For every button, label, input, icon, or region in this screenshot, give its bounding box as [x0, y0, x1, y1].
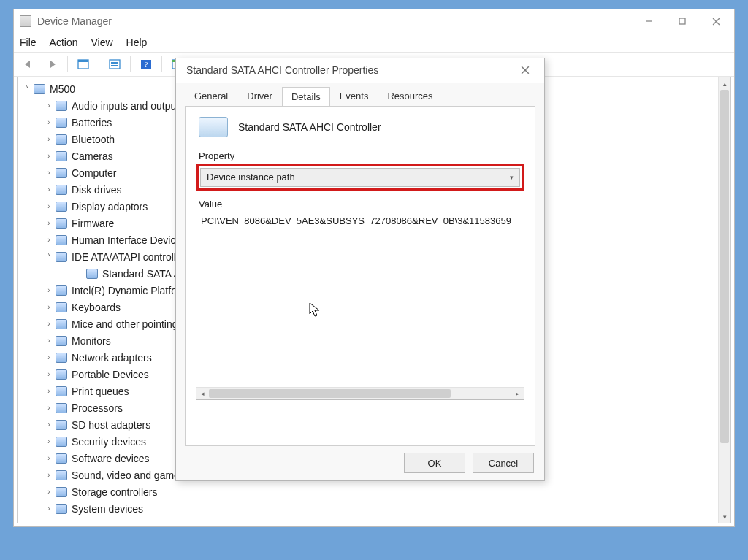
chevron-right-icon[interactable]: ›: [44, 148, 54, 164]
device-icon: [54, 134, 69, 145]
tab-details[interactable]: Details: [282, 87, 330, 107]
tree-item-label: System devices: [72, 501, 143, 517]
chevron-down-icon[interactable]: ˅: [22, 81, 32, 97]
tab-events[interactable]: Events: [330, 86, 378, 106]
nav-back-button[interactable]: [18, 55, 39, 74]
svg-text:?: ?: [145, 60, 148, 69]
close-button[interactable]: [699, 10, 733, 32]
tree-item-label: SD host adapters: [72, 417, 150, 433]
svg-rect-7: [111, 62, 118, 64]
ok-button[interactable]: OK: [404, 453, 465, 473]
device-icon: [54, 486, 69, 498]
dialog-title: Standard SATA AHCI Controller Properties: [186, 64, 511, 76]
chevron-right-icon[interactable]: ›: [44, 131, 54, 147]
chevron-right-icon[interactable]: ›: [44, 182, 54, 198]
menu-file[interactable]: File: [20, 37, 37, 48]
device-icon: [54, 369, 69, 380]
scrollbar-track[interactable]: [719, 90, 730, 510]
dialog-body: General Driver Details Events Resources …: [176, 83, 544, 446]
chevron-down-icon[interactable]: ˅: [44, 249, 54, 265]
chevron-right-icon[interactable]: ›: [44, 283, 54, 299]
tree-item-label: Batteries: [72, 115, 112, 131]
chevron-right-icon[interactable]: ›: [44, 316, 54, 332]
menubar: File Action View Help: [14, 33, 734, 52]
scroll-down-arrow-icon[interactable]: ▾: [719, 510, 730, 523]
tab-driver[interactable]: Driver: [237, 86, 282, 106]
horizontal-scrollbar[interactable]: ◂ ▸: [196, 387, 524, 399]
property-combo-highlight: Device instance path ▾: [196, 164, 524, 191]
tab-resources[interactable]: Resources: [378, 86, 442, 106]
chevron-right-icon[interactable]: ›: [44, 232, 54, 248]
cancel-button[interactable]: Cancel: [473, 453, 534, 473]
tab-general[interactable]: General: [185, 86, 237, 106]
chevron-right-icon[interactable]: ›: [44, 501, 54, 517]
device-icon: [54, 234, 69, 246]
chevron-right-icon[interactable]: ›: [44, 400, 54, 416]
device-icon: [54, 117, 69, 129]
tree-item-label: Bluetooth: [72, 131, 115, 147]
app-icon: [20, 15, 31, 27]
tab-panel-details: Standard SATA AHCI Controller Property D…: [185, 106, 535, 446]
tree-item[interactable]: ›Storage controllers: [19, 483, 717, 500]
chevron-right-icon[interactable]: ›: [44, 450, 54, 467]
chevron-right-icon[interactable]: ›: [44, 383, 54, 399]
scrollbar-thumb[interactable]: [720, 90, 729, 443]
titlebar: Device Manager: [14, 9, 734, 33]
tree-item-label: Monitors: [72, 333, 111, 349]
device-icon: [54, 503, 69, 515]
chevron-right-icon[interactable]: ›: [44, 367, 54, 383]
toolbar-help-button[interactable]: ?: [136, 55, 156, 74]
chevron-right-icon[interactable]: ›: [44, 333, 54, 349]
tree-root-label: M500: [50, 81, 75, 97]
chevron-right-icon[interactable]: ›: [44, 215, 54, 231]
svg-rect-5: [78, 60, 88, 62]
device-card-icon: [199, 117, 228, 137]
tree-item-label: Human Interface Devices: [72, 232, 186, 248]
dialog-close-button[interactable]: [511, 59, 540, 81]
menu-view[interactable]: View: [91, 37, 112, 48]
toolbar-button-1[interactable]: [73, 55, 94, 74]
chevron-right-icon[interactable]: ›: [44, 417, 54, 433]
device-icon: [85, 268, 99, 280]
chevron-right-icon[interactable]: ›: [44, 484, 54, 500]
chevron-right-icon[interactable]: ›: [44, 434, 54, 450]
scroll-left-arrow-icon[interactable]: ◂: [196, 387, 209, 399]
device-icon: [54, 386, 69, 397]
minimize-button[interactable]: [632, 10, 665, 32]
scroll-up-arrow-icon[interactable]: ▴: [719, 77, 730, 90]
tree-item-label: Disk drives: [72, 182, 121, 198]
property-combo[interactable]: Device instance path ▾: [200, 168, 520, 187]
tree-item-label: Audio inputs and outputs: [72, 98, 184, 114]
toolbar-button-2[interactable]: [104, 55, 125, 74]
tree-item-label: Portable Devices: [72, 367, 149, 383]
tree-item-label: Cameras: [72, 148, 113, 164]
chevron-down-icon: ▾: [510, 174, 514, 181]
chevron-right-icon[interactable]: ›: [44, 467, 54, 483]
svg-rect-1: [679, 18, 685, 24]
tree-item-label: Intel(R) Dynamic Platform: [72, 283, 188, 299]
chevron-right-icon[interactable]: ›: [44, 350, 54, 366]
device-icon: [54, 335, 69, 347]
device-icon: [54, 436, 69, 448]
dialog-button-row: OK Cancel: [176, 446, 544, 480]
device-icon: [54, 402, 69, 414]
menu-help[interactable]: Help: [126, 37, 148, 48]
chevron-right-icon[interactable]: ›: [44, 98, 54, 114]
tree-item-label: Computer: [72, 165, 116, 181]
scrollbar-thumb[interactable]: [209, 389, 451, 398]
chevron-right-icon[interactable]: ›: [44, 165, 54, 181]
device-icon: [54, 453, 69, 464]
scroll-right-arrow-icon[interactable]: ▸: [511, 387, 524, 399]
chevron-right-icon[interactable]: ›: [44, 199, 54, 215]
chevron-right-icon[interactable]: ›: [44, 115, 54, 131]
value-text[interactable]: PCI\VEN_8086&DEV_5AE3&SUBSYS_72708086&RE…: [196, 212, 524, 229]
nav-forward-button[interactable]: [42, 55, 62, 74]
tabstrip: General Driver Details Events Resources: [185, 83, 535, 106]
scrollbar-track[interactable]: [209, 388, 511, 399]
value-listbox[interactable]: PCI\VEN_8086&DEV_5AE3&SUBSYS_72708086&RE…: [196, 212, 524, 400]
maximize-button[interactable]: [665, 10, 699, 32]
vertical-scrollbar[interactable]: ▴ ▾: [718, 77, 730, 523]
tree-item[interactable]: ›System devices: [19, 500, 717, 517]
chevron-right-icon[interactable]: ›: [44, 299, 54, 315]
menu-action[interactable]: Action: [50, 37, 78, 48]
